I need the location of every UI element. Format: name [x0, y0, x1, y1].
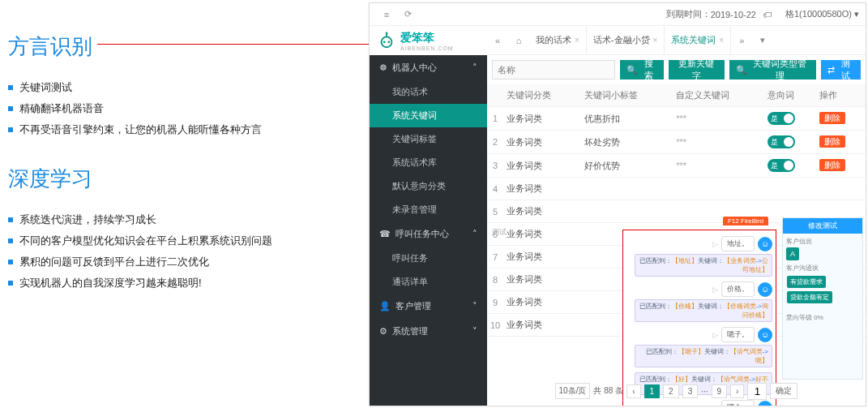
cell-category: 业务词类	[503, 178, 581, 200]
toggle-switch[interactable]: 是	[768, 159, 795, 172]
match-result: 已匹配到：【价格】关键词：【价格词类->询问价格】	[635, 299, 772, 322]
page-1[interactable]: 1	[644, 384, 661, 398]
delete-button[interactable]: 删除	[819, 159, 845, 171]
logo-tabs-row: 爱笨笨 AIBENBEN.COM « ⌂ 我的话术× 话术-金融小贷× 系统关键…	[370, 26, 866, 55]
search-button[interactable]: 🔍 搜索	[620, 60, 664, 79]
toggle-switch[interactable]: 是	[768, 135, 795, 148]
customer-info-panel: 修改测试 客户信息 A 客户沟通状 有贷款需求 贷款金额有定 意向等级 0%	[782, 217, 863, 380]
test-button[interactable]: ⇄ 测试	[821, 60, 861, 79]
delete-button[interactable]: 删除	[819, 112, 845, 124]
page-9[interactable]: 9	[712, 384, 728, 398]
sidebar-item-unrecorded[interactable]: 未录音管理	[370, 198, 487, 221]
bullet: 系统迭代演进，持续学习成长	[8, 209, 357, 230]
table-row: 2业务词类坏处劣势***是删除	[487, 131, 866, 154]
bullets-dialect: 关键词测试 精确翻译机器语音 不再受语音引擎约束，让您的机器人能听懂各种方言	[8, 77, 357, 140]
toolbar: 🔍 搜索 更新关键字 🔍 关键词类型管理 ⇄ 测试	[487, 55, 866, 84]
chevron-down-icon: ˅	[472, 326, 477, 337]
cell-tag: 好价优势	[581, 154, 673, 178]
page-size-select[interactable]: 10条/页	[555, 383, 591, 399]
close-icon[interactable]: ×	[653, 36, 658, 45]
expire-date: 2019-10-22	[711, 10, 756, 19]
sidebar-item-calllog[interactable]: 通话详单	[370, 270, 487, 294]
user-menu[interactable]: 格1(10000580O) ▾	[785, 8, 859, 20]
play-icon[interactable]: ▷	[712, 404, 718, 406]
logo-sub: AIBENBEN.COM	[400, 45, 454, 51]
cell-intent	[764, 178, 816, 200]
panel-title[interactable]: 修改测试	[783, 218, 862, 234]
sidebar-group-robot[interactable]: ☸ 机器人中心˄	[370, 55, 487, 80]
sidebar: ☸ 机器人中心˄ 我的话术 系统关键词 关键词标签 系统话术库 默认意向分类 未…	[370, 55, 487, 406]
play-icon[interactable]: ▷	[712, 286, 718, 294]
robot-icon	[378, 32, 396, 49]
cell-category: 业务词类	[503, 200, 581, 223]
tabs-prev-icon[interactable]: «	[492, 35, 503, 46]
marketing-left-column: 方言识别 关键词测试 精确翻译机器语音 不再受语音引擎约束，让您的机器人能听懂各…	[8, 32, 357, 318]
page-3[interactable]: 3	[682, 384, 699, 398]
page-next[interactable]: ›	[730, 384, 744, 398]
sidebar-item-calltask[interactable]: 呼叫任务	[370, 247, 487, 270]
cell-ops	[816, 178, 866, 200]
page-2[interactable]: 2	[663, 384, 679, 398]
page-goto-button[interactable]: 确定	[770, 383, 797, 399]
table-row: 3业务词类好价优势***是删除	[487, 154, 866, 178]
panel-sec-status: 客户沟通状	[786, 264, 859, 273]
search-input[interactable]	[492, 60, 615, 79]
cell-custom	[673, 178, 764, 200]
sidebar-item-myscript[interactable]: 我的话术	[370, 80, 487, 104]
tab-finance[interactable]: 话术-金融小贷×	[587, 26, 665, 54]
cell-category: 业务词类	[503, 246, 581, 268]
toggle-switch[interactable]: 是	[768, 112, 795, 125]
page-prev[interactable]: ‹	[626, 384, 640, 398]
update-keywords-button[interactable]: 更新关键字	[669, 60, 725, 79]
delete-button[interactable]: 删除	[819, 135, 845, 148]
table-row: 4业务词类	[487, 178, 866, 200]
user-bubble: 嗯子。	[721, 327, 755, 342]
chat-row: ▷地址。☺	[626, 236, 772, 251]
page-goto-input[interactable]	[747, 383, 767, 400]
sidebar-item-keywordtag[interactable]: 关键词标签	[370, 127, 487, 151]
tabs-next-icon[interactable]: »	[736, 35, 747, 46]
sidebar-group-call[interactable]: ☎ 呼叫任务中心˄	[370, 221, 487, 247]
tab-systemkeywords[interactable]: 系统关键词×	[665, 26, 731, 54]
cell-category: 业务词类	[503, 131, 581, 154]
play-icon[interactable]: ▷	[712, 331, 718, 339]
chevron-down-icon[interactable]: ▾	[757, 35, 768, 46]
cell-tag	[581, 178, 673, 200]
tag-button-loan[interactable]: 有贷款需求	[787, 276, 826, 288]
type-mgmt-button[interactable]: 🔍 关键词类型管理	[729, 60, 816, 79]
close-icon[interactable]: ×	[719, 36, 724, 45]
bullet: 实现机器人的自我深度学习越来越聪明!	[8, 273, 357, 294]
sidebar-item-systemkeywords[interactable]: 系统关键词	[370, 104, 487, 127]
sidebar-group-customer[interactable]: 👤 客户管理˅	[370, 294, 487, 319]
cell-custom: ***	[673, 154, 764, 178]
cell-intent: 是	[764, 131, 816, 154]
cell-ops: 删除	[816, 107, 866, 131]
tab-myscript[interactable]: 我的话术×	[529, 26, 587, 54]
breadcrumb-tabs: « ⌂ 我的话术× 话术-金融小贷× 系统关键词× » ▾	[487, 26, 866, 55]
home-icon[interactable]: ⌂	[513, 35, 524, 46]
sidebar-item-intent[interactable]: 默认意向分类	[370, 174, 487, 198]
chevron-down-icon: ˅	[472, 301, 477, 311]
close-icon[interactable]: ×	[575, 36, 579, 45]
sidebar-item-scriptlib[interactable]: 系统话术库	[370, 151, 487, 174]
tag-icon[interactable]: 🏷	[761, 9, 772, 20]
bot-avatar-icon: ☺	[758, 237, 772, 251]
th-ops: 操作	[816, 84, 866, 107]
cell-custom: ***	[673, 131, 764, 154]
sidebar-group-system[interactable]: ⚙ 系统管理˅	[370, 319, 487, 344]
cell-category: 业务词类	[503, 268, 581, 291]
cell-tag	[581, 200, 673, 223]
tag-button-amount[interactable]: 贷款金额有定	[787, 291, 832, 303]
refresh-icon[interactable]: ⟳	[402, 9, 413, 20]
user-bubble: 价格。	[721, 281, 755, 297]
cell-idx: 1	[487, 107, 503, 131]
chevron-up-icon: ˄	[472, 229, 477, 239]
match-result: 已匹配到：【地址】关键词：【业务词类->公司地址】	[635, 254, 772, 277]
cell-idx: 3	[487, 154, 503, 178]
bullet: 不再受语音引擎约束，让您的机器人能听懂各种方言	[8, 119, 357, 140]
bot-avatar-icon: ☺	[758, 328, 772, 342]
bullet: 不同的客户模型优化知识会在平台上积累系统识别问题	[8, 230, 357, 251]
menu-icon[interactable]: ≡	[381, 9, 392, 20]
play-icon[interactable]: ▷	[712, 240, 718, 248]
content-pane: 🔍 搜索 更新关键字 🔍 关键词类型管理 ⇄ 测试 关键词分类 关键词小标签 自…	[487, 55, 866, 406]
